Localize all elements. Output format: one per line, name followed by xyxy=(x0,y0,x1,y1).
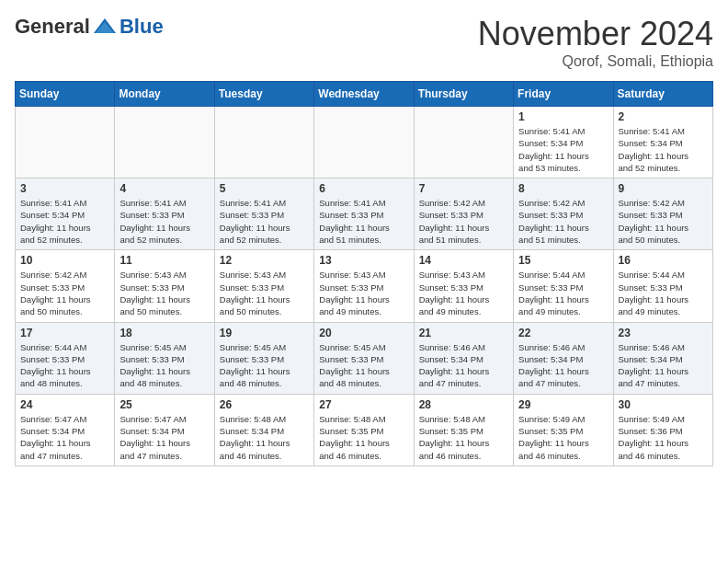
weekday-header-friday: Friday xyxy=(514,82,613,107)
month-title: November 2024 xyxy=(478,15,713,53)
calendar-cell: 14Sunrise: 5:43 AM Sunset: 5:33 PM Dayli… xyxy=(414,250,513,322)
weekday-header-saturday: Saturday xyxy=(613,82,712,107)
page-header: General Blue November 2024 Qorof, Somali… xyxy=(15,15,713,70)
day-info: Sunrise: 5:44 AM Sunset: 5:33 PM Dayligh… xyxy=(518,269,608,317)
day-number: 15 xyxy=(518,254,608,267)
day-info: Sunrise: 5:41 AM Sunset: 5:34 PM Dayligh… xyxy=(518,125,608,174)
calendar-cell: 12Sunrise: 5:43 AM Sunset: 5:33 PM Dayli… xyxy=(214,250,313,322)
day-info: Sunrise: 5:48 AM Sunset: 5:35 PM Dayligh… xyxy=(319,413,408,462)
weekday-header-row: SundayMondayTuesdayWednesdayThursdayFrid… xyxy=(16,82,713,107)
day-info: Sunrise: 5:43 AM Sunset: 5:33 PM Dayligh… xyxy=(220,269,309,317)
day-number: 18 xyxy=(119,327,209,339)
day-info: Sunrise: 5:46 AM Sunset: 5:34 PM Dayligh… xyxy=(518,341,608,390)
calendar-header: SundayMondayTuesdayWednesdayThursdayFrid… xyxy=(16,82,713,107)
logo-general-text: General xyxy=(15,15,90,39)
calendar-cell: 10Sunrise: 5:42 AM Sunset: 5:33 PM Dayli… xyxy=(16,250,115,322)
day-info: Sunrise: 5:45 AM Sunset: 5:33 PM Dayligh… xyxy=(220,341,309,390)
calendar-cell: 18Sunrise: 5:45 AM Sunset: 5:33 PM Dayli… xyxy=(115,322,214,394)
day-info: Sunrise: 5:43 AM Sunset: 5:33 PM Dayligh… xyxy=(319,269,408,317)
calendar-cell: 29Sunrise: 5:49 AM Sunset: 5:35 PM Dayli… xyxy=(514,394,613,465)
day-number: 6 xyxy=(319,182,408,195)
day-number: 17 xyxy=(20,327,109,339)
calendar-cell xyxy=(414,107,513,178)
calendar-cell: 9Sunrise: 5:42 AM Sunset: 5:33 PM Daylig… xyxy=(613,178,712,250)
day-info: Sunrise: 5:48 AM Sunset: 5:34 PM Dayligh… xyxy=(220,413,309,462)
calendar-cell: 3Sunrise: 5:41 AM Sunset: 5:34 PM Daylig… xyxy=(16,178,115,250)
day-info: Sunrise: 5:41 AM Sunset: 5:34 PM Dayligh… xyxy=(619,125,708,174)
weekday-header-sunday: Sunday xyxy=(16,82,115,107)
calendar-cell: 8Sunrise: 5:42 AM Sunset: 5:33 PM Daylig… xyxy=(514,178,613,250)
calendar-cell: 5Sunrise: 5:41 AM Sunset: 5:33 PM Daylig… xyxy=(214,178,313,250)
day-info: Sunrise: 5:42 AM Sunset: 5:33 PM Dayligh… xyxy=(619,197,708,246)
day-info: Sunrise: 5:43 AM Sunset: 5:33 PM Dayligh… xyxy=(119,269,209,317)
day-number: 27 xyxy=(319,398,408,411)
day-info: Sunrise: 5:49 AM Sunset: 5:36 PM Dayligh… xyxy=(619,413,708,462)
logo: General Blue xyxy=(15,15,164,39)
calendar-cell: 22Sunrise: 5:46 AM Sunset: 5:34 PM Dayli… xyxy=(514,322,613,394)
day-number: 26 xyxy=(220,398,309,411)
day-info: Sunrise: 5:48 AM Sunset: 5:35 PM Dayligh… xyxy=(419,413,508,462)
calendar-table: SundayMondayTuesdayWednesdayThursdayFrid… xyxy=(15,81,713,466)
day-info: Sunrise: 5:42 AM Sunset: 5:33 PM Dayligh… xyxy=(518,197,608,246)
calendar-cell xyxy=(314,107,414,178)
calendar-cell: 7Sunrise: 5:42 AM Sunset: 5:33 PM Daylig… xyxy=(414,178,513,250)
calendar-cell: 17Sunrise: 5:44 AM Sunset: 5:33 PM Dayli… xyxy=(16,322,115,394)
day-info: Sunrise: 5:42 AM Sunset: 5:33 PM Dayligh… xyxy=(20,269,109,317)
calendar-cell: 1Sunrise: 5:41 AM Sunset: 5:34 PM Daylig… xyxy=(514,107,613,178)
weekday-header-wednesday: Wednesday xyxy=(314,82,414,107)
day-info: Sunrise: 5:46 AM Sunset: 5:34 PM Dayligh… xyxy=(619,341,708,390)
calendar-week-row: 1Sunrise: 5:41 AM Sunset: 5:34 PM Daylig… xyxy=(16,107,713,178)
day-info: Sunrise: 5:41 AM Sunset: 5:33 PM Dayligh… xyxy=(319,197,408,246)
calendar-body: 1Sunrise: 5:41 AM Sunset: 5:34 PM Daylig… xyxy=(16,107,713,466)
day-number: 25 xyxy=(119,398,209,411)
day-number: 13 xyxy=(319,254,408,267)
day-info: Sunrise: 5:43 AM Sunset: 5:33 PM Dayligh… xyxy=(419,269,508,317)
day-number: 9 xyxy=(619,182,708,195)
day-info: Sunrise: 5:44 AM Sunset: 5:33 PM Dayligh… xyxy=(619,269,708,317)
day-number: 5 xyxy=(220,182,309,195)
calendar-cell: 25Sunrise: 5:47 AM Sunset: 5:34 PM Dayli… xyxy=(115,394,214,465)
calendar-cell: 21Sunrise: 5:46 AM Sunset: 5:34 PM Dayli… xyxy=(414,322,513,394)
calendar-cell: 23Sunrise: 5:46 AM Sunset: 5:34 PM Dayli… xyxy=(613,322,712,394)
day-number: 19 xyxy=(220,327,309,339)
calendar-cell: 2Sunrise: 5:41 AM Sunset: 5:34 PM Daylig… xyxy=(613,107,712,178)
day-info: Sunrise: 5:41 AM Sunset: 5:34 PM Dayligh… xyxy=(20,197,109,246)
day-number: 22 xyxy=(518,327,608,339)
day-info: Sunrise: 5:41 AM Sunset: 5:33 PM Dayligh… xyxy=(220,197,309,246)
day-number: 29 xyxy=(518,398,608,411)
calendar-week-row: 17Sunrise: 5:44 AM Sunset: 5:33 PM Dayli… xyxy=(16,322,713,394)
day-number: 12 xyxy=(220,254,309,267)
calendar-cell: 4Sunrise: 5:41 AM Sunset: 5:33 PM Daylig… xyxy=(115,178,214,250)
calendar-cell: 27Sunrise: 5:48 AM Sunset: 5:35 PM Dayli… xyxy=(314,394,414,465)
day-number: 10 xyxy=(20,254,109,267)
calendar-cell: 19Sunrise: 5:45 AM Sunset: 5:33 PM Dayli… xyxy=(214,322,313,394)
day-info: Sunrise: 5:44 AM Sunset: 5:33 PM Dayligh… xyxy=(20,341,109,390)
day-info: Sunrise: 5:47 AM Sunset: 5:34 PM Dayligh… xyxy=(20,413,109,462)
calendar-week-row: 24Sunrise: 5:47 AM Sunset: 5:34 PM Dayli… xyxy=(16,394,713,465)
weekday-header-thursday: Thursday xyxy=(414,82,513,107)
calendar-cell xyxy=(214,107,313,178)
calendar-cell: 16Sunrise: 5:44 AM Sunset: 5:33 PM Dayli… xyxy=(613,250,712,322)
day-number: 28 xyxy=(419,398,508,411)
calendar-cell xyxy=(115,107,214,178)
weekday-header-monday: Monday xyxy=(115,82,214,107)
calendar-cell: 26Sunrise: 5:48 AM Sunset: 5:34 PM Dayli… xyxy=(214,394,313,465)
day-number: 7 xyxy=(419,182,508,195)
day-number: 16 xyxy=(619,254,708,267)
day-number: 1 xyxy=(518,110,608,123)
day-info: Sunrise: 5:47 AM Sunset: 5:34 PM Dayligh… xyxy=(119,413,209,462)
day-number: 23 xyxy=(619,327,708,339)
calendar-cell: 28Sunrise: 5:48 AM Sunset: 5:35 PM Dayli… xyxy=(414,394,513,465)
day-number: 21 xyxy=(419,327,508,339)
calendar-cell: 20Sunrise: 5:45 AM Sunset: 5:33 PM Dayli… xyxy=(314,322,414,394)
day-info: Sunrise: 5:46 AM Sunset: 5:34 PM Dayligh… xyxy=(419,341,508,390)
day-number: 30 xyxy=(619,398,708,411)
calendar-cell xyxy=(16,107,115,178)
calendar-cell: 13Sunrise: 5:43 AM Sunset: 5:33 PM Dayli… xyxy=(314,250,414,322)
day-info: Sunrise: 5:45 AM Sunset: 5:33 PM Dayligh… xyxy=(319,341,408,390)
calendar-cell: 15Sunrise: 5:44 AM Sunset: 5:33 PM Dayli… xyxy=(514,250,613,322)
day-number: 24 xyxy=(20,398,109,411)
day-number: 20 xyxy=(319,327,408,339)
title-area: November 2024 Qorof, Somali, Ethiopia xyxy=(478,15,713,70)
location-subtitle: Qorof, Somali, Ethiopia xyxy=(478,53,713,70)
